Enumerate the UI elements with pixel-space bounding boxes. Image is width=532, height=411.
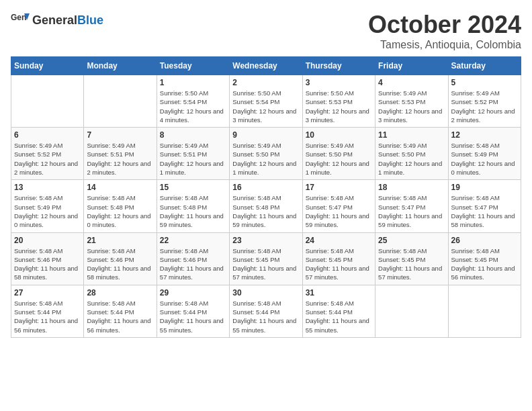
header-tuesday: Tuesday [157, 57, 229, 75]
svg-text:Gen: Gen [11, 13, 26, 22]
logo-blue: Blue [77, 13, 103, 27]
day-number: 30 [232, 288, 299, 298]
calendar-cell: 21Sunrise: 5:48 AM Sunset: 5:46 PM Dayli… [84, 232, 157, 285]
day-info: Sunrise: 5:48 AM Sunset: 5:48 PM Dayligh… [160, 193, 226, 229]
calendar-cell: 3Sunrise: 5:50 AM Sunset: 5:53 PM Daylig… [302, 75, 375, 128]
day-info: Sunrise: 5:48 AM Sunset: 5:44 PM Dayligh… [160, 299, 226, 334]
calendar-header-row: SundayMondayTuesdayWednesdayThursdayFrid… [11, 57, 521, 75]
day-info: Sunrise: 5:49 AM Sunset: 5:50 PM Dayligh… [306, 141, 372, 177]
day-info: Sunrise: 5:49 AM Sunset: 5:52 PM Dayligh… [451, 89, 518, 124]
header-sunday: Sunday [11, 57, 84, 75]
calendar-cell: 8Sunrise: 5:49 AM Sunset: 5:51 PM Daylig… [157, 128, 229, 180]
calendar-cell: 12Sunrise: 5:48 AM Sunset: 5:49 PM Dayli… [448, 128, 521, 180]
day-number: 19 [451, 183, 518, 192]
week-row-0: 1Sunrise: 5:50 AM Sunset: 5:54 PM Daylig… [11, 75, 521, 128]
header-thursday: Thursday [302, 57, 375, 75]
day-info: Sunrise: 5:48 AM Sunset: 5:45 PM Dayligh… [378, 246, 445, 282]
title-area: October 2024 Tamesis, Antioquia, Colombi… [368, 11, 521, 51]
day-info: Sunrise: 5:50 AM Sunset: 5:53 PM Dayligh… [306, 89, 372, 124]
day-info: Sunrise: 5:49 AM Sunset: 5:51 PM Dayligh… [160, 141, 226, 177]
week-row-2: 13Sunrise: 5:48 AM Sunset: 5:49 PM Dayli… [11, 180, 521, 232]
day-number: 6 [14, 130, 81, 140]
calendar-cell [448, 285, 521, 337]
day-info: Sunrise: 5:48 AM Sunset: 5:47 PM Dayligh… [378, 193, 445, 229]
day-number: 2 [232, 78, 299, 87]
calendar-cell [84, 75, 157, 128]
calendar-cell: 22Sunrise: 5:48 AM Sunset: 5:46 PM Dayli… [157, 232, 229, 285]
day-info: Sunrise: 5:50 AM Sunset: 5:54 PM Dayligh… [232, 89, 299, 124]
day-number: 17 [306, 183, 372, 192]
week-row-1: 6Sunrise: 5:49 AM Sunset: 5:52 PM Daylig… [11, 128, 521, 180]
calendar-cell [11, 75, 84, 128]
calendar-cell [375, 285, 448, 337]
day-number: 16 [232, 183, 299, 192]
week-row-3: 20Sunrise: 5:48 AM Sunset: 5:46 PM Dayli… [11, 232, 521, 285]
day-number: 26 [451, 236, 518, 245]
day-info: Sunrise: 5:48 AM Sunset: 5:45 PM Dayligh… [232, 246, 299, 282]
calendar-cell: 26Sunrise: 5:48 AM Sunset: 5:45 PM Dayli… [448, 232, 521, 285]
calendar-cell: 31Sunrise: 5:48 AM Sunset: 5:44 PM Dayli… [302, 285, 375, 337]
calendar-cell: 16Sunrise: 5:48 AM Sunset: 5:48 PM Dayli… [230, 180, 302, 232]
calendar-cell: 30Sunrise: 5:48 AM Sunset: 5:44 PM Dayli… [230, 285, 302, 337]
day-info: Sunrise: 5:48 AM Sunset: 5:46 PM Dayligh… [160, 246, 226, 282]
day-number: 15 [160, 183, 226, 192]
calendar-cell: 20Sunrise: 5:48 AM Sunset: 5:46 PM Dayli… [11, 232, 84, 285]
day-number: 31 [306, 288, 372, 298]
day-info: Sunrise: 5:48 AM Sunset: 5:44 PM Dayligh… [306, 299, 372, 334]
day-info: Sunrise: 5:48 AM Sunset: 5:45 PM Dayligh… [451, 246, 518, 282]
calendar-cell: 7Sunrise: 5:49 AM Sunset: 5:51 PM Daylig… [84, 128, 157, 180]
logo-icon: Gen [11, 11, 30, 30]
header-friday: Friday [375, 57, 448, 75]
day-number: 24 [306, 236, 372, 245]
calendar-cell: 18Sunrise: 5:48 AM Sunset: 5:47 PM Dayli… [375, 180, 448, 232]
month-title: October 2024 [368, 11, 521, 39]
calendar-cell: 4Sunrise: 5:49 AM Sunset: 5:53 PM Daylig… [375, 75, 448, 128]
day-info: Sunrise: 5:48 AM Sunset: 5:49 PM Dayligh… [14, 193, 81, 229]
day-number: 3 [306, 78, 372, 87]
day-info: Sunrise: 5:49 AM Sunset: 5:50 PM Dayligh… [378, 141, 445, 177]
calendar-cell: 5Sunrise: 5:49 AM Sunset: 5:52 PM Daylig… [448, 75, 521, 128]
calendar-cell: 23Sunrise: 5:48 AM Sunset: 5:45 PM Dayli… [230, 232, 302, 285]
day-info: Sunrise: 5:48 AM Sunset: 5:46 PM Dayligh… [87, 246, 153, 282]
day-info: Sunrise: 5:48 AM Sunset: 5:49 PM Dayligh… [451, 141, 518, 177]
day-info: Sunrise: 5:49 AM Sunset: 5:53 PM Dayligh… [378, 89, 445, 124]
day-info: Sunrise: 5:48 AM Sunset: 5:48 PM Dayligh… [232, 193, 299, 229]
day-number: 23 [232, 236, 299, 245]
day-number: 11 [378, 130, 445, 140]
day-number: 29 [160, 288, 226, 298]
calendar-cell: 2Sunrise: 5:50 AM Sunset: 5:54 PM Daylig… [230, 75, 302, 128]
day-info: Sunrise: 5:50 AM Sunset: 5:54 PM Dayligh… [160, 89, 226, 124]
calendar-cell: 17Sunrise: 5:48 AM Sunset: 5:47 PM Dayli… [302, 180, 375, 232]
day-number: 13 [14, 183, 81, 192]
day-number: 20 [14, 236, 81, 245]
week-row-4: 27Sunrise: 5:48 AM Sunset: 5:44 PM Dayli… [11, 285, 521, 337]
calendar-cell: 13Sunrise: 5:48 AM Sunset: 5:49 PM Dayli… [11, 180, 84, 232]
day-number: 28 [87, 288, 153, 298]
day-number: 14 [87, 183, 153, 192]
header-monday: Monday [84, 57, 157, 75]
day-number: 10 [306, 130, 372, 140]
day-info: Sunrise: 5:49 AM Sunset: 5:52 PM Dayligh… [14, 141, 81, 177]
day-number: 25 [378, 236, 445, 245]
calendar-cell: 6Sunrise: 5:49 AM Sunset: 5:52 PM Daylig… [11, 128, 84, 180]
calendar-cell: 24Sunrise: 5:48 AM Sunset: 5:45 PM Dayli… [302, 232, 375, 285]
calendar-cell: 1Sunrise: 5:50 AM Sunset: 5:54 PM Daylig… [157, 75, 229, 128]
logo-general: General [32, 13, 77, 27]
header-saturday: Saturday [448, 57, 521, 75]
day-number: 27 [14, 288, 81, 298]
day-info: Sunrise: 5:48 AM Sunset: 5:44 PM Dayligh… [14, 299, 81, 334]
calendar-cell: 25Sunrise: 5:48 AM Sunset: 5:45 PM Dayli… [375, 232, 448, 285]
day-info: Sunrise: 5:48 AM Sunset: 5:48 PM Dayligh… [87, 193, 153, 229]
day-info: Sunrise: 5:48 AM Sunset: 5:47 PM Dayligh… [306, 193, 372, 229]
day-number: 5 [451, 78, 518, 87]
calendar-cell: 27Sunrise: 5:48 AM Sunset: 5:44 PM Dayli… [11, 285, 84, 337]
day-number: 4 [378, 78, 445, 87]
calendar-cell: 29Sunrise: 5:48 AM Sunset: 5:44 PM Dayli… [157, 285, 229, 337]
calendar-cell: 9Sunrise: 5:49 AM Sunset: 5:50 PM Daylig… [230, 128, 302, 180]
day-number: 8 [160, 130, 226, 140]
day-number: 18 [378, 183, 445, 192]
day-number: 22 [160, 236, 226, 245]
day-number: 21 [87, 236, 153, 245]
header-wednesday: Wednesday [230, 57, 302, 75]
calendar-cell: 11Sunrise: 5:49 AM Sunset: 5:50 PM Dayli… [375, 128, 448, 180]
